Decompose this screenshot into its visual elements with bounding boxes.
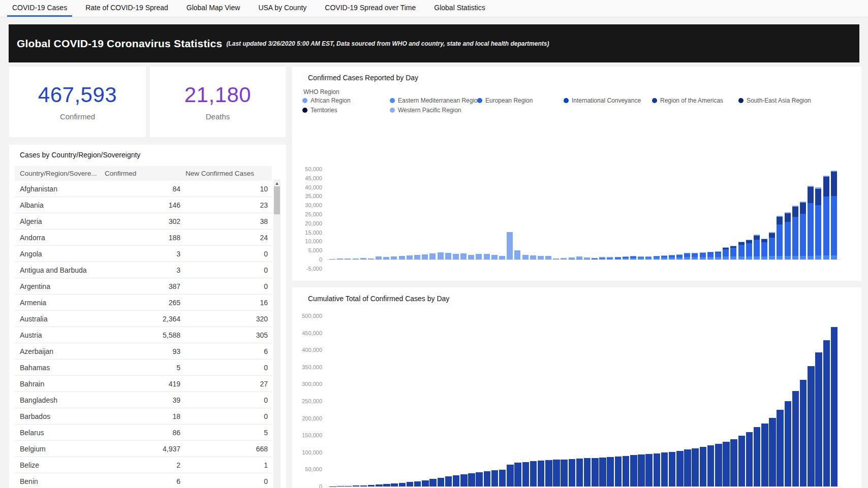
daily-bar-segment[interactable]	[777, 217, 783, 224]
daily-bar-segment[interactable]	[769, 256, 775, 259]
daily-bar-segment[interactable]	[484, 254, 490, 259]
daily-bar-segment[interactable]	[623, 257, 629, 258]
daily-bar-segment[interactable]	[761, 256, 767, 259]
cumulative-bar[interactable]	[584, 458, 591, 486]
cumulative-bar[interactable]	[545, 460, 552, 486]
cumulative-bar[interactable]	[422, 480, 429, 486]
table-row[interactable]: Australia2,364320	[15, 311, 272, 327]
daily-bar-segment[interactable]	[684, 253, 690, 253]
daily-bar-segment[interactable]	[407, 255, 413, 259]
daily-bar-segment[interactable]	[669, 257, 675, 259]
daily-bar-segment[interactable]	[514, 250, 520, 259]
cumulative-bar[interactable]	[754, 427, 761, 486]
daily-bar-segment[interactable]	[715, 257, 721, 259]
daily-bar-segment[interactable]	[808, 203, 814, 255]
cumulative-bar[interactable]	[468, 473, 475, 486]
cumulative-bar[interactable]	[522, 462, 530, 486]
legend-item-south-east-asia-region[interactable]: South-East Asia Region	[738, 97, 811, 104]
daily-bar-segment[interactable]	[815, 255, 821, 259]
table-row[interactable]: Algeria30238	[15, 213, 272, 230]
cumulative-bar[interactable]	[530, 461, 537, 486]
daily-bar-segment[interactable]	[391, 256, 397, 259]
daily-bar-segment[interactable]	[592, 258, 598, 259]
daily-bar-segment[interactable]	[792, 256, 798, 259]
daily-bar-segment[interactable]	[769, 238, 775, 256]
cumulative-bar[interactable]	[623, 456, 630, 486]
cumulative-bar[interactable]	[707, 445, 715, 486]
daily-bar-segment[interactable]	[700, 252, 706, 253]
daily-bar-segment[interactable]	[337, 258, 343, 259]
cumulative-bar[interactable]	[676, 451, 684, 486]
daily-bar-segment[interactable]	[738, 242, 745, 244]
daily-bar-segment[interactable]	[754, 236, 760, 240]
daily-bar-segment[interactable]	[754, 235, 760, 236]
daily-bar-segment[interactable]	[654, 256, 660, 257]
daily-bar-segment[interactable]	[769, 233, 775, 238]
tab-usa-by-county[interactable]: USA by County	[253, 0, 312, 17]
cumulative-bar[interactable]	[692, 448, 699, 486]
daily-bar-segment[interactable]	[823, 197, 829, 255]
cumulative-bar[interactable]	[700, 447, 707, 486]
cumulative-bar[interactable]	[615, 457, 622, 486]
daily-bar-segment[interactable]	[707, 252, 714, 253]
cumulative-bar[interactable]	[654, 453, 661, 486]
daily-bar-segment[interactable]	[676, 255, 683, 257]
daily-bar-segment[interactable]	[831, 255, 837, 259]
daily-bar-segment[interactable]	[746, 243, 752, 256]
cumulative-bar[interactable]	[491, 470, 499, 486]
daily-bar-segment[interactable]	[800, 214, 806, 256]
cumulative-bar[interactable]	[645, 454, 653, 486]
tab-global-map-view[interactable]: Global Map View	[181, 0, 245, 17]
daily-bar-segment[interactable]	[615, 257, 621, 258]
daily-bar-segment[interactable]	[707, 253, 714, 257]
daily-bar-segment[interactable]	[692, 253, 698, 257]
cumulative-bar[interactable]	[460, 474, 468, 486]
daily-bar-segment[interactable]	[800, 256, 806, 259]
daily-bar-segment[interactable]	[599, 258, 605, 258]
daily-bar-segment[interactable]	[376, 256, 382, 259]
daily-bar-segment[interactable]	[669, 255, 675, 257]
daily-bar-segment[interactable]	[730, 246, 736, 248]
tab-covid-19-cases[interactable]: COVID-19 Cases	[7, 0, 72, 17]
daily-bar-segment[interactable]	[823, 177, 829, 197]
cumulative-bar[interactable]	[399, 483, 406, 486]
daily-bar-segment[interactable]	[785, 222, 791, 256]
cumulative-bar[interactable]	[630, 455, 637, 486]
daily-bar-segment[interactable]	[746, 240, 752, 243]
daily-bar-segment[interactable]	[607, 258, 613, 258]
table-row[interactable]: Azerbaijan936	[15, 343, 272, 360]
column-header-country[interactable]: Country/Region/Sovere...	[15, 170, 100, 177]
daily-bar-segment[interactable]	[491, 255, 498, 259]
daily-bar-segment[interactable]	[584, 259, 590, 259]
daily-bar-segment[interactable]	[738, 245, 745, 256]
cumulative-bar[interactable]	[661, 452, 668, 486]
daily-bar-segment[interactable]	[769, 232, 775, 233]
legend-item-region-of-the-americas[interactable]: Region of the Americas	[652, 97, 723, 104]
daily-bar-segment[interactable]	[553, 258, 559, 259]
daily-bar-segment[interactable]	[329, 259, 335, 259]
daily-bar-segment[interactable]	[785, 256, 791, 259]
legend-item-western-pacific-region[interactable]: Western Pacific Region	[390, 107, 461, 114]
daily-bar-segment[interactable]	[754, 256, 760, 259]
daily-bar-segment[interactable]	[700, 252, 706, 253]
daily-bar-segment[interactable]	[707, 257, 714, 259]
daily-bar-segment[interactable]	[692, 253, 698, 253]
daily-bar-segment[interactable]	[692, 257, 698, 259]
daily-bar-segment[interactable]	[738, 242, 745, 242]
daily-bar-segment[interactable]	[576, 259, 582, 259]
daily-bar-segment[interactable]	[800, 202, 806, 203]
cumulative-bar[interactable]	[360, 485, 367, 486]
daily-bar-segment[interactable]	[599, 257, 605, 258]
daily-bar-segment[interactable]	[645, 256, 652, 257]
daily-bar-segment[interactable]	[676, 254, 683, 255]
cumulative-bar[interactable]	[831, 327, 838, 486]
cumulative-bar[interactable]	[499, 470, 506, 486]
cumulative-bar[interactable]	[592, 458, 599, 486]
daily-bar-segment[interactable]	[700, 257, 706, 259]
daily-bar-segment[interactable]	[569, 257, 575, 259]
daily-bar-segment[interactable]	[599, 258, 605, 259]
daily-bar-segment[interactable]	[777, 224, 783, 256]
cumulative-bar[interactable]	[345, 486, 352, 486]
table-row[interactable]: Austria5,588305	[15, 327, 272, 343]
daily-bar-segment[interactable]	[623, 256, 629, 257]
